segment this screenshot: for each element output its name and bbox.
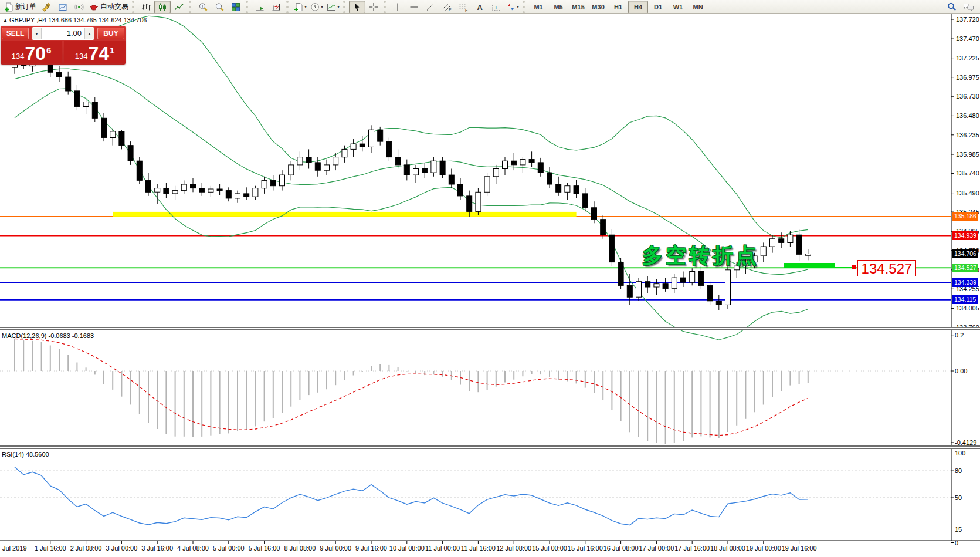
channel-icon: E bbox=[442, 2, 452, 12]
chart-canvas[interactable] bbox=[0, 0, 980, 557]
symbol-ohlc-values: 134.686 134.765 134.624 134.706 bbox=[48, 16, 147, 23]
templates-dropdown[interactable]: ▾ bbox=[325, 1, 341, 13]
zoom-out-button[interactable] bbox=[211, 1, 228, 13]
panel-divider-rsi[interactable] bbox=[0, 445, 980, 449]
new-chart-dropdown[interactable]: ▾ bbox=[292, 1, 308, 13]
symbol-name: GBPJPY-,H4 bbox=[9, 16, 46, 23]
sell-price-sup: 6 bbox=[46, 45, 51, 55]
zoom-out-icon bbox=[215, 2, 225, 12]
auto-trading-button[interactable]: 自动交易 bbox=[87, 1, 130, 13]
volume-input[interactable]: 1.00 bbox=[42, 28, 84, 39]
macd-label: MACD(12,26,9) -0.0683 -0.1683 bbox=[2, 332, 94, 339]
timeframe-m30-button[interactable]: M30 bbox=[588, 1, 608, 13]
svg-text:A: A bbox=[477, 2, 483, 11]
search-icon bbox=[947, 2, 957, 12]
horizontal-line-button[interactable] bbox=[406, 1, 422, 13]
auto-scroll-icon bbox=[255, 2, 265, 12]
buy-price-sup: 1 bbox=[110, 45, 114, 55]
timeframe-m1-button[interactable]: M1 bbox=[528, 1, 548, 13]
timeframe-m15-button[interactable]: M15 bbox=[568, 1, 588, 13]
text-button[interactable]: A bbox=[472, 1, 488, 13]
auto-trading-icon bbox=[89, 2, 99, 12]
quote-prices-row: 134706 134741 bbox=[1, 41, 126, 65]
chart-shift-icon bbox=[272, 2, 281, 12]
symbol-header: ▲ GBPJPY-,H4 134.686 134.765 134.624 134… bbox=[3, 16, 147, 23]
sell-button[interactable]: SELL bbox=[2, 28, 29, 39]
chart-shift-button[interactable] bbox=[268, 1, 284, 13]
dropdown-arrow-icon: ▾ bbox=[304, 4, 307, 9]
signal-icon bbox=[74, 2, 84, 12]
tool-hammer-button[interactable] bbox=[38, 1, 55, 13]
trendline-icon bbox=[426, 2, 435, 12]
timeframe-h4-button[interactable]: H4 bbox=[628, 1, 648, 13]
crosshair-icon bbox=[369, 2, 378, 12]
buy-price-prefix: 134 bbox=[75, 52, 88, 60]
new-order-button[interactable]: 新订单 bbox=[2, 1, 38, 13]
text-icon: A bbox=[476, 2, 484, 12]
toolbar-group-zoom bbox=[189, 1, 246, 13]
toolbar-group-chart-type bbox=[132, 1, 189, 13]
horizontal-line-icon bbox=[409, 2, 419, 12]
new-order-icon bbox=[4, 2, 13, 12]
panel-divider-macd[interactable] bbox=[0, 327, 980, 330]
timeframe-toolbar: M1M5M15M30H1H4D1W1MN bbox=[523, 1, 710, 13]
chart-window-icon bbox=[58, 2, 67, 12]
clock-icon bbox=[310, 2, 320, 12]
arrows-dropdown[interactable]: ▾ bbox=[504, 1, 521, 13]
volume-decrease-button[interactable]: ▼ bbox=[32, 28, 42, 39]
mt4-terminal-window: { "toolbar": { "new_order": "新订单", "auto… bbox=[0, 0, 980, 557]
bar-chart-icon bbox=[141, 2, 151, 12]
cursor-button[interactable] bbox=[349, 1, 365, 13]
auto-scroll-button[interactable] bbox=[252, 1, 268, 13]
timeframe-mn-button[interactable]: MN bbox=[688, 1, 708, 13]
text-label-button[interactable]: T bbox=[488, 1, 504, 13]
sell-price[interactable]: 134706 bbox=[1, 41, 62, 63]
new-chart-icon bbox=[294, 2, 303, 12]
vertical-line-button[interactable] bbox=[389, 1, 406, 13]
dropdown-arrow-icon: ▾ bbox=[337, 4, 340, 9]
candlestick-chart-icon bbox=[158, 2, 167, 12]
timeframe-d1-button[interactable]: D1 bbox=[648, 1, 668, 13]
toolbar-group-cursor bbox=[343, 1, 384, 13]
timeframe-h1-button[interactable]: H1 bbox=[608, 1, 628, 13]
cursor-icon bbox=[352, 2, 362, 12]
timeframe-w1-button[interactable]: W1 bbox=[668, 1, 688, 13]
buy-price[interactable]: 134741 bbox=[64, 41, 126, 63]
sell-price-prefix: 134 bbox=[12, 52, 25, 60]
dropdown-arrow-icon: ▾ bbox=[517, 4, 519, 9]
zoom-in-icon bbox=[198, 2, 208, 12]
rsi-label: RSI(14) 48.5600 bbox=[2, 451, 49, 458]
fibonacci-button[interactable]: F bbox=[455, 1, 472, 13]
hammer-icon bbox=[42, 2, 51, 12]
chart-window-button[interactable] bbox=[55, 1, 71, 13]
search-button[interactable] bbox=[944, 1, 960, 13]
triangle-up-icon: ▲ bbox=[3, 18, 8, 23]
toolbar-group-objects: E F A T ▾ bbox=[384, 1, 523, 13]
bar-chart-button[interactable] bbox=[138, 1, 154, 13]
sell-price-big: 70 bbox=[25, 45, 46, 62]
toolbar-group-scroll bbox=[246, 1, 286, 13]
periods-dropdown[interactable]: ▾ bbox=[308, 1, 325, 13]
volume-increase-button[interactable]: ▲ bbox=[84, 28, 94, 39]
trendline-button[interactable] bbox=[422, 1, 439, 13]
vertical-line-icon bbox=[394, 2, 402, 12]
fibonacci-icon: F bbox=[459, 2, 469, 12]
trade-controls-row: SELL ▼ 1.00 ▲ BUY bbox=[1, 26, 126, 41]
chat-button[interactable] bbox=[960, 1, 976, 13]
crosshair-button[interactable] bbox=[365, 1, 382, 13]
chart-annotation-text: 多空转折点 bbox=[642, 242, 759, 269]
buy-button[interactable]: BUY bbox=[97, 28, 124, 39]
candlestick-chart-button[interactable] bbox=[154, 1, 171, 13]
equidistant-channel-button[interactable]: E bbox=[439, 1, 455, 13]
signal-button[interactable] bbox=[71, 1, 87, 13]
timeframe-m5-button[interactable]: M5 bbox=[548, 1, 568, 13]
tile-windows-button[interactable] bbox=[228, 1, 244, 13]
volume-stepper: ▼ 1.00 ▲ bbox=[32, 27, 94, 40]
toolbar-group-profiles: ▾ ▾ ▾ bbox=[286, 1, 343, 13]
highlight-price-label: 134.527 bbox=[857, 260, 916, 276]
main-toolbar: 新订单 自动交易 ▾ ▾ ▾ E F A T bbox=[0, 0, 980, 14]
svg-text:F: F bbox=[465, 8, 467, 12]
zoom-in-button[interactable] bbox=[195, 1, 211, 13]
line-chart-button[interactable] bbox=[171, 1, 187, 13]
dropdown-arrow-icon: ▾ bbox=[321, 4, 323, 9]
